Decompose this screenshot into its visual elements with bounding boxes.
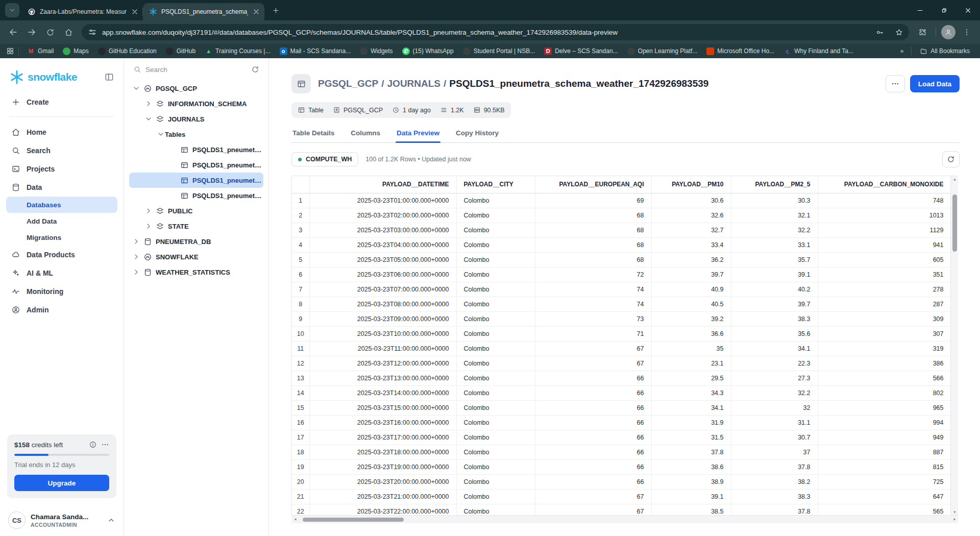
new-tab-button[interactable] <box>268 3 283 17</box>
sidebar-item-projects[interactable]: Projects <box>6 160 117 178</box>
tree-node-pgsql-gcp[interactable]: PGSQL_GCP <box>129 81 263 96</box>
bookmark-open-learning[interactable]: Open Learning Platf... <box>623 46 702 57</box>
column-header[interactable]: PAYLOAD__PM2_5 <box>731 176 818 193</box>
tree-node-psqlds1-pneumetra-s-[interactable]: PSQLDS1_pneumetra_s... <box>129 157 263 173</box>
bookmark-outlook-mail[interactable]: oMail - SCS Sandana... <box>276 46 355 57</box>
close-tab-icon[interactable] <box>252 8 260 16</box>
back-button[interactable] <box>5 24 21 40</box>
vertical-scroll-thumb[interactable] <box>952 194 957 252</box>
sidebar-subitem-databases[interactable]: Databases <box>6 197 117 213</box>
bookmark-student-portal[interactable]: Student Portal | NSB... <box>459 46 540 57</box>
tree-node-state[interactable]: STATE <box>129 218 263 234</box>
chevron-right-icon[interactable] <box>144 207 153 215</box>
trial-menu-icon[interactable] <box>101 441 109 449</box>
breadcrumb-link[interactable]: PGSQL_GCP <box>318 78 378 89</box>
tree-node-snowflake[interactable]: SNOWFLAKE <box>129 249 263 264</box>
column-header[interactable]: PAYLOAD__PM10 <box>651 176 731 193</box>
browser-tab[interactable]: Zaara-Labs/Pneumetra: Measuri <box>21 3 143 20</box>
create-button[interactable]: Create <box>6 93 117 111</box>
close-tab-icon[interactable] <box>131 8 139 16</box>
horizontal-scroll-thumb[interactable] <box>303 518 404 522</box>
tab-data-preview[interactable]: Data Preview <box>396 124 440 142</box>
tab-copy-history[interactable]: Copy History <box>455 124 500 142</box>
bookmark-delve[interactable]: DDelve – SCS Sandan... <box>540 46 622 57</box>
tree-node-psqlds1-pneumetra-s-[interactable]: PSQLDS1_pneumetra_s... <box>129 173 263 188</box>
home-button[interactable] <box>60 24 77 40</box>
chevron-down-icon[interactable] <box>132 84 140 92</box>
chevron-down-icon[interactable] <box>157 130 165 138</box>
info-icon[interactable] <box>89 441 97 449</box>
restore-button[interactable] <box>932 0 956 20</box>
sidebar-subitem-add-data[interactable]: Add Data <box>6 213 117 229</box>
minimize-button[interactable] <box>908 0 932 20</box>
bookmark-training-courses[interactable]: ▲Training Courses |... <box>201 46 274 57</box>
sidebar-item-admin[interactable]: Admin <box>6 301 117 319</box>
more-actions-button[interactable] <box>886 75 905 92</box>
scroll-right-arrow[interactable] <box>951 517 958 522</box>
sidebar-item-search[interactable]: Search <box>6 141 117 160</box>
column-header[interactable] <box>292 176 309 193</box>
tree-node-journals[interactable]: JOURNALS <box>129 111 263 127</box>
bookmarks-overflow-button[interactable]: » <box>896 47 908 55</box>
tree-node-pneumetra-db[interactable]: PNEUMETRA_DB <box>129 234 263 249</box>
user-account-menu[interactable]: CS Chamara Sanda... ACCOUNTADMIN <box>6 511 117 529</box>
breadcrumb-link[interactable]: JOURNALS <box>387 78 441 89</box>
bookmark-star-icon[interactable] <box>892 25 906 39</box>
browser-menu-button[interactable] <box>959 24 975 40</box>
reload-button[interactable] <box>42 24 58 40</box>
sidebar-item-data[interactable]: Data <box>6 178 117 197</box>
column-header[interactable]: PAYLOAD__CITY <box>456 176 535 193</box>
load-data-button[interactable]: Load Data <box>910 75 960 92</box>
tree-node-public[interactable]: PUBLIC <box>129 203 263 218</box>
tree-node-weather-statistics[interactable]: WEATHER_STATISTICS <box>129 264 263 280</box>
site-settings-icon[interactable] <box>88 28 97 37</box>
column-header[interactable]: PAYLOAD__DATETIME <box>309 176 456 193</box>
scroll-down-arrow[interactable] <box>951 509 958 515</box>
bookmark-google-maps[interactable]: Maps <box>59 46 92 57</box>
bookmark-github[interactable]: GitHub <box>162 46 200 57</box>
all-bookmarks-button[interactable]: All Bookmarks <box>916 46 974 57</box>
sidebar-item-data-products[interactable]: Data Products <box>6 246 117 264</box>
tab-table-details[interactable]: Table Details <box>291 124 335 142</box>
tree-node-psqlds1-pneumetra-s-[interactable]: PSQLDS1_pneumetra_s... <box>129 142 263 157</box>
column-header[interactable]: PAYLOAD__EUROPEAN_AQI <box>535 176 651 193</box>
tree-refresh-icon[interactable] <box>251 65 259 74</box>
bookmark-github-education[interactable]: GitHub Education <box>94 46 161 57</box>
bookmark-widgets[interactable]: Widgets <box>356 46 397 57</box>
bookmark-whatsapp[interactable]: ✆(15) WhatsApp <box>398 46 458 57</box>
chevron-right-icon[interactable] <box>144 222 153 230</box>
chevron-right-icon[interactable] <box>144 100 153 108</box>
sidebar-item-ai-ml[interactable]: AI & ML <box>6 264 117 282</box>
forward-button[interactable] <box>23 24 40 40</box>
collapse-sidebar-button[interactable] <box>104 72 114 82</box>
bookmark-microsoft-office[interactable]: Microsoft Office Ho... <box>702 46 778 57</box>
profile-avatar[interactable] <box>941 25 955 39</box>
close-window-button[interactable] <box>956 0 980 20</box>
tree-node-psqlds1-pneumetra-s-[interactable]: PSQLDS1_pneumetra_s... <box>129 188 263 203</box>
extensions-button[interactable] <box>914 24 930 40</box>
refresh-preview-button[interactable] <box>942 151 960 167</box>
password-key-icon[interactable] <box>872 25 887 39</box>
apps-grid-icon[interactable] <box>6 47 14 55</box>
vertical-scrollbar[interactable] <box>950 176 958 515</box>
tab-columns[interactable]: Columns <box>350 124 381 142</box>
tree-node-information-schema[interactable]: INFORMATION_SCHEMA <box>129 96 263 111</box>
chevron-right-icon[interactable] <box>132 253 140 261</box>
bookmark-gmail[interactable]: MGmail <box>23 46 58 57</box>
chevron-right-icon[interactable] <box>132 268 140 276</box>
scroll-left-arrow[interactable] <box>291 517 299 522</box>
sidebar-subitem-migrations[interactable]: Migrations <box>6 229 117 246</box>
snowflake-logo[interactable]: snowflake <box>9 69 77 85</box>
tree-node-tables[interactable]: Tables <box>129 127 263 142</box>
horizontal-scrollbar[interactable] <box>291 515 958 523</box>
chevron-right-icon[interactable] <box>132 237 140 246</box>
browser-tab[interactable]: PSQLDS1_pneumetra_schema_w <box>143 3 264 20</box>
upgrade-button[interactable]: Upgrade <box>14 475 109 491</box>
scroll-up-arrow[interactable] <box>951 176 958 183</box>
sidebar-item-home[interactable]: Home <box>6 123 117 141</box>
tree-search-input[interactable] <box>145 66 247 74</box>
url-text[interactable]: app.snowflake.com/duqoity/dj37191/#/data… <box>102 29 867 36</box>
bookmark-why-finland[interactable]: ςWhy Finland and Ta... <box>779 46 857 57</box>
chevron-down-icon[interactable] <box>144 115 153 123</box>
tab-search-button[interactable] <box>5 3 19 17</box>
